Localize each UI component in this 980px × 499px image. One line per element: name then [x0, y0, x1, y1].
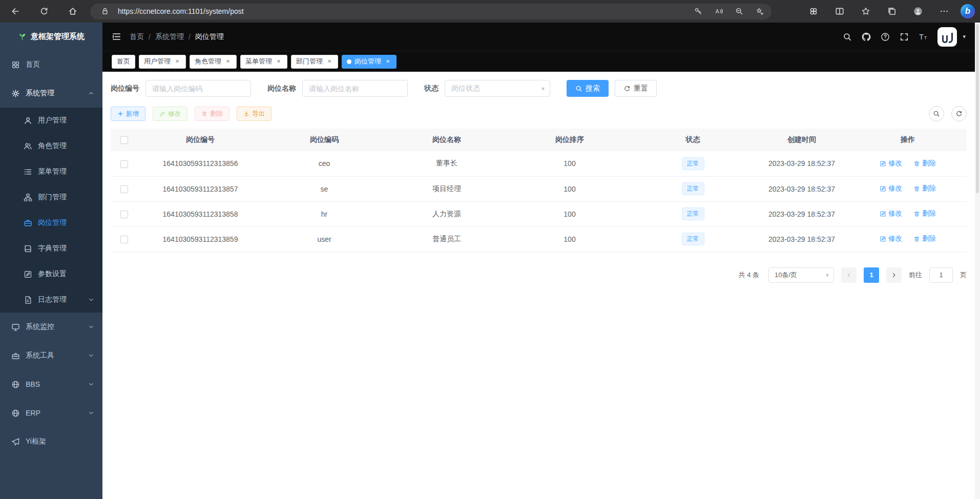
tag-menus[interactable]: 菜单管理 ×: [240, 55, 287, 69]
next-page-button[interactable]: [886, 267, 902, 283]
close-icon[interactable]: ×: [326, 58, 333, 65]
cell-post-name: 项目经理: [385, 176, 508, 201]
sidebar-item-parameters[interactable]: 参数设置: [0, 261, 102, 287]
scrollbar-thumb[interactable]: [976, 24, 979, 193]
read-aloud-icon[interactable]: A: [711, 5, 726, 18]
sidebar-item-monitor[interactable]: 系统监控: [0, 313, 102, 341]
close-icon[interactable]: ×: [174, 58, 181, 65]
row-delete-link[interactable]: 删除: [913, 234, 936, 243]
sidebar-item-posts[interactable]: 岗位管理: [0, 210, 102, 236]
add-favorite-icon[interactable]: [752, 5, 767, 18]
pagination: 共 4 条 10条/页 ▾ 1 前往 页: [111, 267, 967, 283]
github-icon[interactable]: [862, 32, 871, 41]
pagination-total: 共 4 条: [739, 271, 759, 280]
reset-button[interactable]: 重置: [615, 80, 657, 97]
table-row[interactable]: 1641030593112313856 ceo 董事长 100 正常 2023-…: [111, 151, 967, 176]
toggle-search-icon[interactable]: [929, 106, 944, 121]
breadcrumb-system[interactable]: 系统管理: [155, 32, 184, 41]
tag-home[interactable]: 首页: [112, 55, 135, 69]
sidebar-item-menus[interactable]: 菜单管理: [0, 159, 102, 184]
refresh-table-icon[interactable]: [951, 106, 967, 121]
page-number-button[interactable]: 1: [864, 267, 879, 283]
edit-button[interactable]: 修改: [153, 107, 187, 121]
zoom-icon[interactable]: [732, 5, 747, 18]
row-checkbox[interactable]: [120, 160, 128, 168]
tag-users[interactable]: 用户管理 ×: [139, 55, 186, 69]
add-button[interactable]: 新增: [111, 107, 145, 121]
row-delete-link[interactable]: 删除: [913, 184, 936, 193]
page-scrollbar[interactable]: [975, 23, 980, 499]
sidebar-item-users[interactable]: 用户管理: [0, 108, 102, 133]
home-icon[interactable]: [62, 2, 83, 20]
post-code-input[interactable]: [145, 80, 251, 97]
lock-icon[interactable]: [97, 5, 113, 18]
status-badge: 正常: [682, 157, 704, 170]
font-size-icon[interactable]: TT: [919, 32, 928, 41]
close-icon[interactable]: ×: [224, 58, 232, 65]
tag-posts-active[interactable]: 岗位管理 ×: [342, 55, 397, 69]
fullscreen-icon[interactable]: [900, 32, 909, 41]
prev-page-button[interactable]: [841, 267, 857, 283]
sidebar-item-yi-framework[interactable]: Yi框架: [0, 427, 102, 456]
breadcrumb-home[interactable]: 首页: [130, 32, 144, 41]
sidebar-item-system[interactable]: 系统管理: [0, 79, 102, 108]
row-edit-link[interactable]: 修改: [880, 159, 902, 168]
select-all-checkbox[interactable]: [120, 136, 128, 144]
tag-roles[interactable]: 角色管理 ×: [190, 55, 237, 69]
address-bar[interactable]: https://ccnetcore.com:1101/system/post A: [90, 4, 772, 19]
row-delete-link[interactable]: 删除: [913, 159, 936, 168]
search-button[interactable]: 搜索: [567, 80, 609, 97]
sidebar-item-roles[interactable]: 角色管理: [0, 133, 102, 159]
gear-icon: [11, 89, 20, 98]
favorites-icon[interactable]: [856, 2, 875, 20]
cell-post-sort: 100: [508, 151, 631, 176]
tag-label: 角色管理: [195, 57, 221, 66]
col-post-id: 岗位编号: [137, 129, 263, 151]
sidebar-item-logs[interactable]: 日志管理: [0, 287, 102, 313]
sidebar-item-bbs[interactable]: BBS: [0, 370, 102, 399]
page-size-select[interactable]: 10条/页 ▾: [768, 267, 834, 283]
export-button[interactable]: 导出: [237, 107, 272, 121]
row-delete-link[interactable]: 删除: [913, 209, 936, 218]
sidebar-item-dictionary[interactable]: 字典管理: [0, 236, 102, 261]
copilot-bing-icon[interactable]: b: [961, 4, 975, 18]
goto-page-input[interactable]: [929, 267, 953, 283]
header-search-icon[interactable]: [843, 32, 852, 41]
row-edit-link[interactable]: 修改: [880, 234, 902, 243]
app-logo[interactable]: 意框架管理系统: [0, 23, 102, 50]
sidebar-item-tools[interactable]: 系统工具: [0, 341, 102, 370]
sidebar-item-departments[interactable]: 部门管理: [0, 184, 102, 210]
fold-sidebar-icon[interactable]: [112, 32, 121, 41]
status-select[interactable]: 岗位状态 ▾: [445, 80, 550, 97]
cell-post-name: 普通员工: [385, 226, 508, 252]
delete-button[interactable]: 删除: [195, 107, 230, 121]
collections-icon[interactable]: [882, 2, 902, 20]
sidebar-item-label: 用户管理: [38, 116, 67, 125]
col-post-code: 岗位编码: [263, 129, 385, 151]
refresh-icon[interactable]: [34, 2, 54, 20]
row-checkbox[interactable]: [120, 185, 128, 193]
back-icon[interactable]: [5, 2, 26, 20]
row-checkbox[interactable]: [120, 211, 128, 218]
table-row[interactable]: 1641030593112313858 hr 人力资源 100 正常 2023-…: [111, 201, 967, 226]
table-row[interactable]: 1641030593112313857 se 项目经理 100 正常 2023-…: [111, 176, 967, 201]
row-edit-link[interactable]: 修改: [880, 209, 902, 218]
split-screen-icon[interactable]: [830, 2, 849, 20]
row-checkbox[interactable]: [120, 236, 128, 243]
tag-departments[interactable]: 部门管理 ×: [291, 55, 338, 69]
sidebar-item-erp[interactable]: ERP: [0, 399, 102, 427]
profile-avatar-icon[interactable]: [908, 2, 928, 20]
row-edit-link[interactable]: 修改: [880, 184, 902, 193]
avatar-caret-icon[interactable]: ▾: [963, 33, 966, 40]
table-row[interactable]: 1641030593112313859 user 普通员工 100 正常 202…: [111, 226, 967, 252]
extensions-icon[interactable]: [804, 2, 823, 20]
browser-menu-icon[interactable]: [934, 2, 954, 20]
user-avatar[interactable]: [937, 27, 957, 47]
close-icon[interactable]: ×: [384, 58, 391, 65]
password-key-icon[interactable]: [691, 5, 706, 18]
sidebar-item-home[interactable]: 首页: [0, 50, 102, 79]
help-icon[interactable]: [881, 32, 890, 41]
avatar-logo-shape: [949, 33, 953, 43]
post-name-input[interactable]: [302, 80, 408, 97]
close-icon[interactable]: ×: [275, 58, 282, 65]
